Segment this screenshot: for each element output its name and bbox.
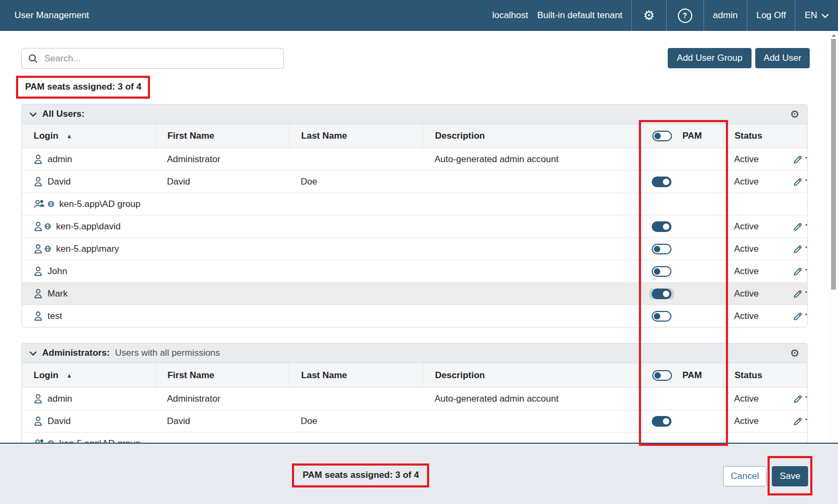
language-selector[interactable]: EN [795,0,838,31]
clipped-glyph [805,419,807,420]
clipped-glyph [805,246,807,248]
edit-pencil-icon[interactable] [793,394,803,404]
user-globe-icon [34,221,51,231]
section-gear-icon[interactable]: ⚙ [790,348,800,358]
all-users-body: adminAdministratorAuto-generated admin a… [22,148,807,327]
login-label: ken-5.app\mary [56,244,119,254]
user-icon [34,266,43,276]
login-label: David [48,416,70,427]
login-cell: David [22,177,155,187]
column-header-first-name[interactable]: First Name [155,363,289,387]
section-gear-icon[interactable]: ⚙ [790,109,800,119]
pam-toggle[interactable] [652,244,671,254]
table-row[interactable]: ken-5.app\AD group [22,193,807,215]
edit-pencil-icon[interactable] [793,289,803,299]
column-header-first-name[interactable]: First Name [155,124,289,148]
log-off-button[interactable]: Log Off [747,0,795,31]
status-cell: Active [723,311,807,322]
user-icon [34,244,43,254]
save-button[interactable]: Save [772,466,808,486]
column-header-last-name[interactable]: Last Name [289,363,423,387]
edit-pencil-icon[interactable] [793,311,803,321]
language-label: EN [804,10,817,21]
cancel-button[interactable]: Cancel [723,466,766,486]
status-label: Active [734,311,758,322]
pam-toggle[interactable] [652,266,671,277]
pam-seats-counter-top: PAM seats assigned: 3 of 4 [16,76,150,99]
pam-cell [638,177,723,187]
table-row[interactable]: MarkActive [22,283,807,305]
pam-toggle[interactable] [652,221,671,232]
column-header-status[interactable]: Status [723,124,807,148]
column-header-description[interactable]: Description [423,124,638,148]
clipped-glyph [805,157,807,158]
status-label: Active [734,266,758,277]
table-row[interactable]: adminAdministratorAuto-generated admin a… [22,148,807,171]
all-users-section-header[interactable]: All Users: ⚙ [22,105,807,124]
search-box[interactable] [21,48,284,69]
administrators-header-row: Login ▲ First Name Last Name Description… [22,363,807,388]
column-header-login[interactable]: Login ▲ [22,124,155,148]
table-row[interactable]: JohnActive [22,260,807,283]
pam-cell [638,416,723,427]
table-row[interactable]: DavidDavidDoeActive [22,410,807,433]
user-icon [34,221,43,231]
login-label: test [48,311,62,322]
search-input[interactable] [43,53,277,65]
current-user-menu[interactable]: admin [704,0,747,31]
add-user-group-button[interactable]: Add User Group [668,48,752,68]
help-button[interactable]: ? [667,0,703,31]
user-icon [34,266,43,276]
status-label: Active [734,177,758,187]
table-row[interactable]: testActive [22,305,807,327]
status-cell: Active [723,244,807,254]
column-header-pam: PAM [638,363,723,387]
gear-icon: ⚙ [643,9,655,22]
table-row[interactable]: ken-5.app\maryActive [22,238,807,260]
tenant-label: Built-in default tenant [532,0,631,31]
status-cell: Active [723,154,807,165]
edit-pencil-icon[interactable] [793,416,803,426]
edit-pencil-icon[interactable] [793,154,803,164]
user-icon [34,177,43,187]
administrators-section-header[interactable]: Administrators: Users with all permissio… [22,343,807,363]
sort-ascending-icon: ▲ [66,133,72,139]
pam-toggle[interactable] [652,311,671,322]
pam-toggle-all[interactable] [652,370,672,381]
edit-pencil-icon[interactable] [793,266,803,276]
settings-button[interactable]: ⚙ [632,0,666,31]
first-name-cell: David [155,177,289,187]
login-label: admin [48,154,72,165]
user-icon [34,416,43,426]
add-user-button[interactable]: Add User [755,48,810,68]
edit-pencil-icon[interactable] [793,244,803,254]
table-row[interactable]: ken-5.app\davidActive [22,215,807,238]
first-name-cell: David [155,416,289,427]
column-header-description[interactable]: Description [423,363,638,387]
scrollbar-up-arrow[interactable] [832,34,836,37]
table-row[interactable]: adminAdministratorAuto-generated admin a… [22,388,807,410]
column-header-login[interactable]: Login ▲ [22,363,155,387]
pam-toggle[interactable] [652,177,671,187]
clipped-glyph [805,314,807,315]
edit-pencil-icon[interactable] [793,221,803,231]
clipped-glyph [805,269,807,270]
pam-toggle[interactable] [652,416,671,427]
login-label: ken-5.app\AD group [59,199,140,210]
column-header-last-name[interactable]: Last Name [289,124,423,148]
pam-toggle[interactable] [652,289,671,299]
status-label: Active [734,244,758,254]
user-group-icon [34,199,46,209]
pam-toggle-all[interactable] [652,131,672,141]
host-label: localhost [483,0,532,31]
vertical-scrollbar[interactable] [829,31,838,444]
scrollbar-thumb[interactable] [831,39,836,290]
column-header-status[interactable]: Status [723,363,807,387]
first-name-cell: Administrator [155,154,289,165]
edit-pencil-icon[interactable] [793,177,803,187]
table-row[interactable]: DavidDavidDoeActive [22,171,807,193]
globe-icon [48,201,54,207]
group-globe-icon [34,199,54,209]
description-cell: Auto-generated admin account [423,154,638,165]
chevron-down-icon [821,13,829,18]
